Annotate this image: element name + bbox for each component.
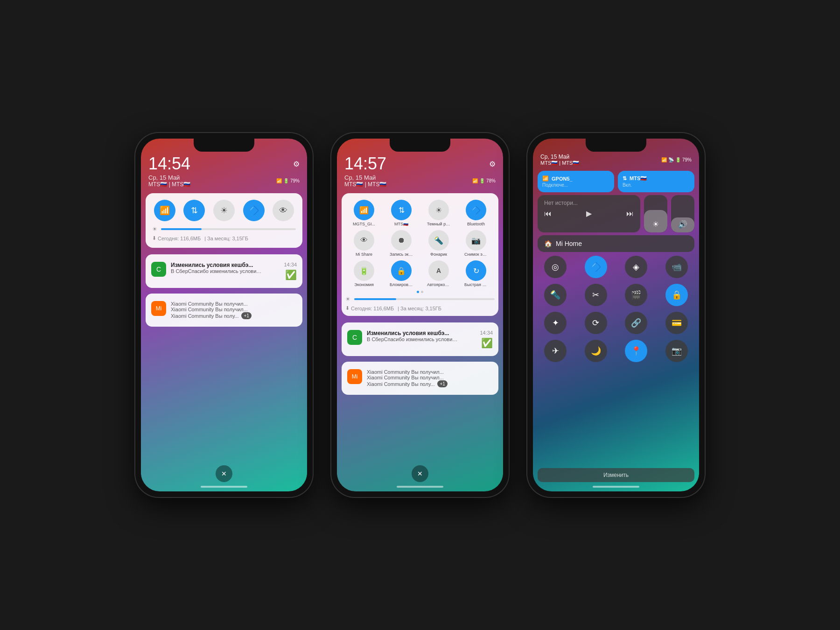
- signal-icon-3: 📶: [661, 157, 667, 162]
- close-btn-area-2: ✕: [337, 461, 503, 486]
- cc-top-tiles: 📶 GPON5_ Подключе... ⇅ MTS🇷🇺 Вкл.: [538, 171, 694, 192]
- phone-3: Ср, 15 Май MTS🇷🇺 | MTS🇷🇺 📶 📡 🔋 79% 📶 GPO…: [527, 133, 705, 497]
- qs-wifi-2[interactable]: 📶 MGTS_GI...: [347, 200, 381, 226]
- prev-btn-3[interactable]: ⏮: [544, 210, 552, 218]
- home-bar-2: [397, 486, 443, 488]
- moon-btn-3[interactable]: 🌙: [585, 340, 607, 362]
- qs-auto-2[interactable]: A Автояркост...: [422, 260, 455, 287]
- signal-icon: 📶: [276, 178, 282, 183]
- brightness-slider-3[interactable]: ☀: [644, 195, 667, 232]
- notif-xiaomi-2: Mi Xiaomi Community Вы получил... Xiaomi…: [342, 362, 498, 395]
- qs-battery-2[interactable]: 🔋 Экономия: [347, 260, 381, 287]
- cc-controls-row2: 🔦 ✂ 🎬 🔒: [538, 284, 694, 306]
- qs-lock-2[interactable]: 🔒 Блокировк...: [385, 260, 418, 287]
- plus-video-btn-3[interactable]: 🎬: [625, 284, 647, 306]
- change-btn-3[interactable]: Изменить: [538, 468, 694, 482]
- qs-cast-2[interactable]: ↻ Быстрая отт...: [459, 260, 493, 287]
- card-btn-3[interactable]: 💳: [665, 312, 688, 334]
- battery-icon-3: 🔋: [675, 157, 681, 162]
- eye-btn-1[interactable]: 👁: [273, 200, 294, 221]
- quick-settings-2: 📶 MGTS_GI... ⇅ MTS🇷🇺 ☀ Темный ре... 🔷 Bl…: [342, 193, 498, 316]
- phone-1: 14:54 ⚙ Ср, 15 Май MTS🇷🇺 | MTS🇷🇺 📶 🔋 79%…: [135, 133, 313, 497]
- page-dot-1: [417, 291, 419, 293]
- notch-2: [390, 139, 450, 152]
- qs-record-2[interactable]: ⏺ Запись экра...: [385, 230, 418, 257]
- wifi-icon-3: 📡: [668, 157, 674, 162]
- close-btn-1[interactable]: ✕: [216, 465, 232, 482]
- signal-icon-2: 📶: [472, 178, 478, 183]
- brightness-slider-1[interactable]: [161, 228, 296, 230]
- status-bar-3: Ср, 15 Май MTS🇷🇺 | MTS🇷🇺 📶 📡 🔋 79%: [533, 152, 699, 168]
- data-btn-1[interactable]: ⇅: [183, 200, 205, 221]
- link-btn-3[interactable]: 🔗: [625, 312, 647, 334]
- qs-share-2[interactable]: 👁 Mi Share: [347, 230, 381, 257]
- battery-icon: 🔋: [283, 178, 289, 183]
- notif-sber-2: С Изменились условия кешбэ... В СберСпас…: [342, 322, 498, 356]
- data-tile-3[interactable]: ⇅ MTS🇷🇺 Вкл.: [618, 171, 694, 192]
- brightness-btn-1[interactable]: ☀: [213, 200, 235, 221]
- data-tile-icon: ⇅: [623, 175, 627, 182]
- home-bar-3: [593, 486, 639, 488]
- brightness-slider-2[interactable]: [354, 298, 495, 300]
- close-btn-2[interactable]: ✕: [412, 465, 428, 482]
- camera-btn-3[interactable]: 📷: [665, 340, 688, 362]
- status-bar-2: 14:57 ⚙: [337, 154, 503, 174]
- data-stats-1: ⬇ Сегодня: 116,6МБ | За месяц: 3,15ГБ: [152, 235, 296, 241]
- cc-controls-row1: ◎ 🔷 ◈ 📹: [538, 256, 694, 278]
- close-btn-area-1: ✕: [141, 461, 307, 486]
- quick-settings-1: 📶 ⇅ ☀ 🔷 👁 ☀ ⬇ Сегодня: 116,6МБ | За меся…: [146, 193, 302, 248]
- qs-torch-2[interactable]: 🔦 Фонарик: [422, 230, 455, 257]
- brightness-row-2: ☀: [345, 296, 495, 302]
- volume-slider-3[interactable]: 🔊: [671, 195, 694, 232]
- tag-btn-3[interactable]: ◈: [625, 256, 647, 278]
- flashlight-btn-3[interactable]: 🔦: [544, 284, 567, 306]
- bluetooth-btn-1[interactable]: 🔷: [243, 200, 265, 221]
- wifi-tile-icon: 📶: [542, 175, 549, 182]
- qs-data-2[interactable]: ⇅ MTS🇷🇺: [385, 200, 418, 226]
- airplane-btn-3[interactable]: ✈: [544, 340, 567, 362]
- focus-btn-3[interactable]: ◎: [544, 256, 567, 278]
- play-btn-3[interactable]: ▶: [586, 209, 592, 218]
- status-time-2: 14:57: [344, 155, 386, 172]
- next-btn-3[interactable]: ⏭: [626, 210, 634, 218]
- media-tile-3: Нет истори... ⏮ ▶ ⏭: [538, 195, 640, 232]
- qs-screen-2[interactable]: 📷 Снимок экр...: [459, 230, 493, 257]
- sync-btn-3[interactable]: ⟳: [585, 312, 607, 334]
- wifi-tile-3[interactable]: 📶 GPON5_ Подключе...: [538, 171, 614, 192]
- notch-3: [586, 139, 646, 152]
- location-btn-3[interactable]: 📍: [625, 340, 647, 362]
- volume-icon-3: 🔊: [678, 220, 687, 229]
- status-bar-1: 14:54 ⚙: [141, 154, 307, 174]
- bluetooth-btn-3[interactable]: 🔷: [585, 256, 607, 278]
- home-bar-1: [201, 486, 247, 488]
- cc-controls-row4: ✈ 🌙 📍 📷: [538, 340, 694, 362]
- sber-icon-1: С: [151, 262, 166, 277]
- status-date-1: Ср, 15 Май MTS🇷🇺 | MTS🇷🇺 📶 🔋 79%: [141, 174, 307, 189]
- scissors-btn-3[interactable]: ✂: [585, 284, 607, 306]
- notif-xiaomi-1: Mi Xiaomi Community Вы получил... Xiaomi…: [146, 294, 302, 327]
- lock-btn-3[interactable]: 🔒: [665, 284, 688, 306]
- status-time-1: 14:54: [148, 155, 190, 172]
- video-btn-3[interactable]: 📹: [665, 256, 688, 278]
- cc-controls-row3: ✦ ⟳ 🔗 💳: [538, 312, 694, 334]
- wifi-btn-1[interactable]: 📶: [154, 200, 175, 221]
- notch-1: [194, 139, 254, 152]
- xiaomi-icon-1: Mi: [151, 301, 166, 316]
- auto-bright-btn-3[interactable]: ✦: [544, 312, 567, 334]
- qs-dark-2[interactable]: ☀ Темный ре...: [422, 200, 455, 226]
- gear-icon-2[interactable]: ⚙: [489, 160, 496, 168]
- qs-bt-2[interactable]: 🔷 Bluetooth: [459, 200, 493, 226]
- phone-2: 14:57 ⚙ Ср, 15 Май MTS🇷🇺 | MTS🇷🇺 📶 🔋 78%: [331, 133, 509, 497]
- battery-icon-2: 🔋: [479, 178, 485, 183]
- data-stats-2: ⬇ Сегодня: 116,6МБ | За месяц: 3,15ГБ: [345, 305, 495, 311]
- sber-icon-2: С: [347, 330, 362, 345]
- notif-sber-1: С Изменились условия кешбэ... В СберСпас…: [146, 254, 302, 288]
- brightness-row-1: ☀: [152, 226, 296, 232]
- mi-home-btn-3[interactable]: 🏠 Mi Home: [538, 235, 694, 252]
- page-dot-2: [421, 291, 423, 293]
- mi-home-icon: 🏠: [544, 240, 552, 247]
- gear-icon-1[interactable]: ⚙: [293, 160, 300, 168]
- brightness-icon-3: ☀: [652, 220, 659, 229]
- xiaomi-icon-2: Mi: [347, 369, 362, 384]
- brightness-low-icon: ☀: [152, 226, 157, 232]
